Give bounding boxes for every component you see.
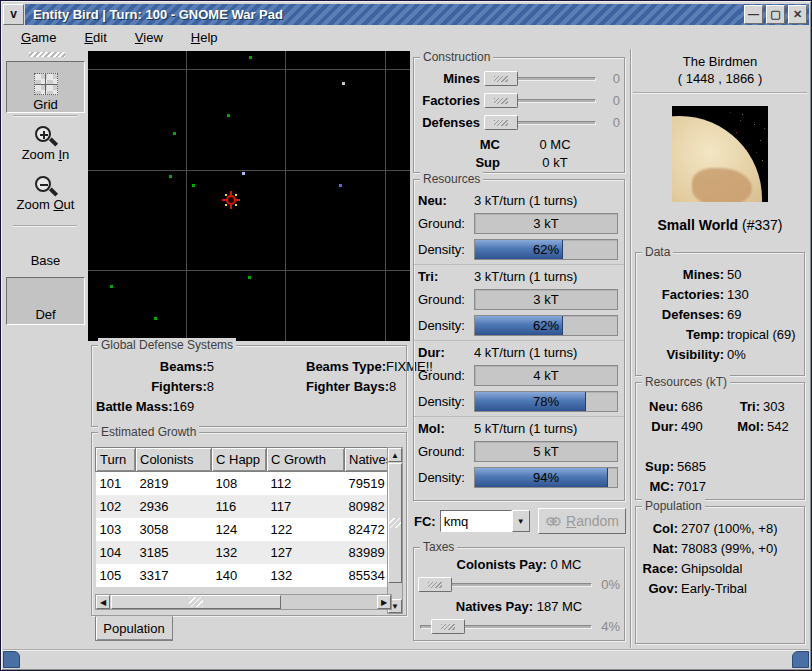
planet-name: Small World	[657, 217, 738, 233]
map-star[interactable]	[342, 82, 345, 85]
sup-cost-row: Sup0 kT	[414, 152, 610, 172]
resources-kt-legend: Resources (kT)	[642, 375, 730, 389]
mc-cost-row: MC0 MC	[414, 134, 610, 154]
population-legend: Population	[642, 499, 705, 513]
grid-icon	[34, 73, 58, 95]
map-star[interactable]	[242, 172, 245, 175]
mc-field: MC:7017	[642, 477, 800, 497]
title-area[interactable]: Entity Bird | Turn: 100 - GNOME War Pad	[25, 4, 739, 25]
resize-grip-left[interactable]	[3, 651, 20, 668]
map-star[interactable]	[169, 175, 172, 178]
map-star[interactable]	[248, 276, 251, 279]
toolbar-separator	[13, 225, 77, 227]
resize-grip-right[interactable]	[792, 651, 809, 668]
map-star[interactable]	[339, 184, 342, 187]
defenses-slider[interactable]	[484, 114, 598, 131]
field-row: Gov:Early-Tribal	[636, 579, 798, 599]
global-defense-frame: Global Defense Systems Beams:5 Beams Typ…	[91, 345, 407, 427]
zoom-in-button[interactable]: Zoom In	[6, 121, 85, 163]
menu-edit[interactable]: Edit	[74, 27, 116, 48]
maximize-button[interactable]: ▢	[766, 5, 785, 24]
map-grid-line	[186, 51, 187, 341]
vscroll-thumb[interactable]	[388, 463, 402, 583]
battle-mass-field: Battle Mass:169	[96, 399, 214, 414]
construction-legend: Construction	[420, 50, 493, 64]
data-frame: Data Mines:50Factories:130Defenses:69Tem…	[635, 252, 805, 376]
table-cell: 103	[96, 518, 136, 541]
column-header[interactable]: Natives	[345, 448, 393, 472]
zoom-in-icon	[33, 125, 59, 146]
planet-image	[672, 106, 768, 202]
table-row[interactable]: 105331714013285534	[96, 564, 393, 587]
owner-name: The Birdmen	[631, 53, 809, 70]
scroll-left-arrow[interactable]: ◀	[96, 595, 110, 609]
factories-slider[interactable]	[484, 92, 598, 109]
table-cell: 140	[212, 564, 267, 587]
table-row[interactable]: 102293611611780982	[96, 495, 393, 518]
close-button[interactable]: ✕	[788, 5, 807, 24]
grid-toggle-button[interactable]: Grid	[6, 61, 85, 113]
map-star[interactable]	[192, 184, 195, 187]
growth-vertical-scrollbar[interactable]: ▲ ▼	[387, 447, 403, 614]
growth-horizontal-scrollbar[interactable]: ◀ ▶	[95, 594, 392, 610]
table-cell: 2936	[136, 495, 212, 518]
fc-input[interactable]	[440, 510, 512, 532]
base-button[interactable]: Base	[6, 249, 85, 269]
zoom-out-icon	[33, 175, 59, 196]
random-button[interactable]: ⚙⚙ Random	[538, 508, 626, 534]
colonists-tax-slider-row: 0%	[418, 575, 620, 593]
zoom-out-button[interactable]: Zoom Out	[6, 171, 85, 213]
column-header[interactable]: C Growth	[267, 448, 345, 472]
field-row: Race:Ghipsoldal	[636, 559, 798, 579]
field-row: Nat:78083 (99%, +0)	[636, 539, 798, 559]
def-toggle-button[interactable]: Def	[6, 277, 85, 325]
map-grid-line	[88, 69, 410, 70]
map-star[interactable]	[227, 114, 230, 117]
def-button-label: Def	[35, 307, 55, 322]
menu-game[interactable]: Game	[11, 27, 66, 48]
column-header[interactable]: C Happ	[212, 448, 267, 472]
map-star[interactable]	[249, 56, 252, 59]
mines-slider-row: Mines0	[418, 68, 620, 88]
map-star[interactable]	[154, 317, 157, 320]
toolbar-separator	[13, 115, 77, 117]
table-cell: 105	[96, 564, 136, 587]
population-tab[interactable]: Population	[95, 616, 173, 641]
menu-view[interactable]: View	[125, 27, 173, 48]
table-cell: 132	[212, 541, 267, 564]
slider-handle[interactable]	[484, 93, 518, 108]
starmap[interactable]	[88, 51, 410, 341]
mines-slider[interactable]	[484, 70, 598, 87]
base-button-label: Base	[31, 253, 61, 268]
field-row: Mines:50	[636, 265, 798, 285]
table-row[interactable]: 104318513212783989	[96, 541, 393, 564]
selected-planet-marker[interactable]	[224, 193, 238, 207]
scroll-right-arrow[interactable]: ▶	[377, 595, 391, 609]
colonists-tax-handle[interactable]	[418, 577, 452, 592]
natives-tax-slider[interactable]	[418, 618, 594, 635]
column-header[interactable]: Colonists	[136, 448, 212, 472]
colonists-tax-slider[interactable]	[418, 576, 594, 593]
ground-bar: 3 kT	[474, 289, 618, 310]
natives-tax-handle[interactable]	[431, 619, 465, 634]
map-star[interactable]	[110, 285, 113, 288]
minimize-button[interactable]: —	[744, 5, 763, 24]
table-cell: 112	[267, 472, 345, 495]
map-star[interactable]	[173, 132, 176, 135]
planet-id: (#337)	[742, 217, 782, 233]
growth-table-header: TurnColonistsC HappC GrowthNatives	[96, 448, 393, 472]
scroll-up-arrow[interactable]: ▲	[388, 448, 402, 462]
table-cell: 101	[96, 472, 136, 495]
hscroll-thumb[interactable]	[111, 595, 281, 609]
fc-dropdown-button[interactable]: ▼	[512, 510, 530, 532]
table-cell: 2819	[136, 472, 212, 495]
table-row[interactable]: 101281910811279519	[96, 472, 393, 495]
column-header[interactable]: Turn	[96, 448, 136, 472]
menu-help[interactable]: Help	[181, 27, 228, 48]
slider-handle[interactable]	[484, 115, 518, 130]
zoom-out-label: Zoom Out	[17, 197, 75, 212]
slider-handle[interactable]	[484, 71, 518, 86]
toolbar-drag-handle[interactable]	[29, 52, 65, 57]
window-menu-button[interactable]: v	[3, 4, 24, 25]
table-row[interactable]: 103305812412282472	[96, 518, 393, 541]
